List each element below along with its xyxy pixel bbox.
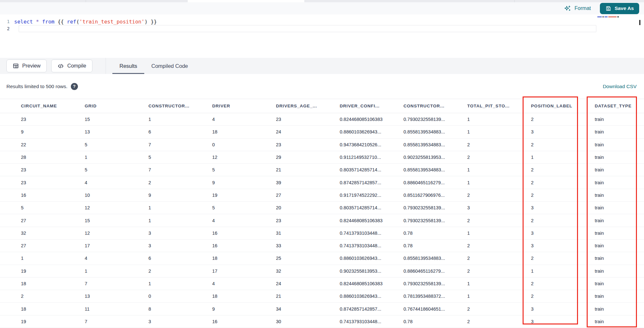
table-cell: train [595, 231, 644, 236]
browser-tab-strip [0, 0, 644, 2]
table-cell: 5 [148, 155, 212, 160]
table-cell: 21 [276, 294, 340, 299]
editor-actions: Preview Compile [0, 58, 106, 74]
code-icon [57, 63, 64, 69]
table-cell: 23 [21, 167, 85, 172]
table-cell: 25 [276, 256, 340, 261]
table-cell: train [595, 294, 644, 299]
tab-compiled-code[interactable]: Compiled Code [144, 58, 195, 74]
table-grid-icon [13, 63, 19, 69]
line-number: 2 [0, 26, 14, 31]
table-row: 913618240.8860103626943...0.855813953488… [0, 126, 644, 138]
table-cell: 2 [531, 256, 595, 261]
action-band: Preview Compile Results Compiled Cod [0, 58, 644, 74]
table-cell: 5 [212, 167, 276, 172]
table-cell: train [595, 218, 644, 223]
sparkle-icon [564, 5, 571, 12]
table-cell: 1 [148, 281, 212, 286]
table-cell: 0.8742857142857... [340, 180, 403, 185]
table-cell: train [595, 319, 644, 324]
table-row: 3212316310.7413793103448...0.7813train [0, 227, 644, 240]
tab-compiled-code-label: Compiled Code [151, 63, 188, 69]
save-as-button[interactable]: Save As [600, 3, 639, 14]
scrollbar-thumb[interactable] [639, 20, 640, 25]
table-body: 231514230.8244680851063830.7930232558139… [0, 113, 644, 328]
table-cell: 0.824468085106383 [340, 117, 403, 122]
table-cell: 0 [212, 142, 276, 147]
column-header: GRID [85, 104, 148, 108]
compile-button[interactable]: Compile [51, 59, 92, 72]
table-cell: 7 [148, 142, 212, 147]
table-cell: 18 [212, 256, 276, 261]
table-cell: 12 [85, 231, 148, 236]
sql-statement: select * from {{ ref('train_test_positio… [14, 19, 157, 25]
table-cell: 9 [212, 180, 276, 185]
code-editor[interactable]: 1 select * from {{ ref('train_test_posit… [0, 14, 644, 58]
row-limit-message: Results limited to 500 rows. [6, 84, 68, 89]
table-cell: 2 [467, 256, 531, 261]
table-cell: 18 [212, 129, 276, 134]
table-cell: 24 [276, 281, 340, 286]
table-row: 2717316330.7413793103448...0.7823train [0, 240, 644, 252]
table-cell: 1 [148, 205, 212, 210]
table-cell: 23 [21, 117, 85, 122]
tab-results[interactable]: Results [112, 58, 144, 74]
table-cell: 1 [467, 231, 531, 236]
table-cell: train [595, 306, 644, 312]
table-cell: 18 [212, 294, 276, 299]
table-cell: 5 [21, 205, 85, 210]
code-token-plain: {{ [54, 19, 67, 25]
column-header: DATASET_TYPE [595, 104, 644, 108]
table-cell: 19 [212, 193, 276, 198]
table-cell: 7 [148, 167, 212, 172]
table-cell: 27 [276, 193, 340, 198]
table-cell: 1 [467, 294, 531, 299]
table-row: 281512290.9112149532710...0.902325581395… [0, 151, 644, 164]
table-cell: 2 [467, 193, 531, 198]
table-cell: 3 [148, 231, 212, 236]
table-cell: 32 [21, 231, 85, 236]
table-cell: 0.8860103626943... [340, 129, 403, 134]
preview-button[interactable]: Preview [6, 59, 47, 72]
table-cell: 16 [21, 193, 85, 198]
table-cell: train [595, 155, 644, 160]
download-csv-link[interactable]: Download CSV [603, 84, 637, 89]
table-cell: 0.7930232558139... [403, 117, 467, 122]
code-token-string: 'train_test_position' [79, 19, 144, 25]
help-icon[interactable]: ? [71, 83, 78, 90]
save-as-label: Save As [615, 5, 634, 11]
table-row: 22570230.9473684210526...0.8558139534883… [0, 139, 644, 151]
table-cell: 2 [467, 306, 531, 312]
table-cell: 18 [21, 306, 85, 312]
table-cell: 0.8742857142857... [340, 306, 403, 312]
table-row: 197316300.7413793103448...0.7823train [0, 315, 644, 328]
table-cell: 32 [276, 269, 340, 274]
code-token-function: ref [67, 19, 76, 25]
table-cell: train [595, 256, 644, 261]
results-meta-bar: Results limited to 500 rows. ? Download … [0, 74, 644, 99]
table-cell: 5 [212, 205, 276, 210]
table-cell: 2 [148, 269, 212, 274]
table-cell: 9 [212, 306, 276, 312]
editor-minimap[interactable] [597, 15, 641, 40]
table-cell: 13 [85, 294, 148, 299]
format-button[interactable]: Format [564, 5, 591, 12]
table-row: 271514230.8244680851063830.7930232558139… [0, 214, 644, 227]
code-token-operator: * [36, 19, 39, 25]
table-cell: 5 [85, 142, 148, 147]
table-cell: 0.8558139534883... [403, 256, 467, 261]
table-row: 191217320.9023255813953...0.886046511627… [0, 265, 644, 278]
table-cell: 33 [276, 243, 340, 248]
table-cell: 3 [531, 243, 595, 248]
table-cell: 0.7413793103448... [340, 319, 403, 324]
table-cell: 2 [148, 180, 212, 185]
table-cell: 2 [531, 281, 595, 286]
table-cell: train [595, 117, 644, 122]
table-cell: train [595, 193, 644, 198]
table-cell: 0.78 [403, 243, 467, 248]
table-cell: 1 [85, 155, 148, 160]
column-header: CONSTRUCTOR... [403, 104, 467, 108]
table-cell: 2 [531, 193, 595, 198]
table-cell: 19 [21, 319, 85, 324]
table-cell: 2 [531, 294, 595, 299]
